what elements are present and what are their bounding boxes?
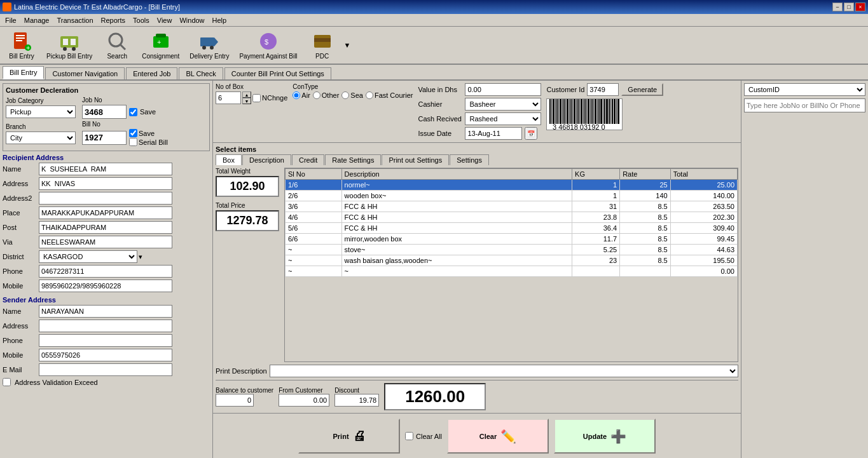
toolbar: + Bill Entry Pickup Bill Entry Search + … (0, 27, 868, 65)
toolbar-bill-entry[interactable]: + Bill Entry (3, 28, 41, 62)
toolbar-payment[interactable]: $ Payment Against Bill (235, 28, 301, 62)
recipient-post-input[interactable] (39, 221, 172, 234)
radio-air[interactable] (293, 91, 300, 99)
toolbar-delivery-entry[interactable]: Delivery Entry (185, 28, 233, 62)
sender-address-input[interactable] (39, 320, 172, 332)
cell-rate: 8.5 (620, 255, 671, 266)
radio-fast-courier[interactable] (366, 91, 373, 99)
toolbar-consignment[interactable]: + Consignment (137, 28, 184, 62)
tab-counter-bill-print[interactable]: Counter Bill Print Out Settings (224, 67, 331, 79)
subtab-description[interactable]: Description (242, 154, 291, 165)
toolbar-pickup-bill-entry[interactable]: Pickup Bill Entry (42, 28, 97, 62)
customer-id-input[interactable] (587, 83, 619, 96)
recipient-place-input[interactable] (39, 206, 172, 219)
menu-transaction[interactable]: Transaction (53, 15, 97, 25)
subtab-credit[interactable]: Credit (292, 154, 324, 165)
value-in-dhs-input[interactable] (465, 83, 541, 96)
close-btn[interactable]: × (855, 3, 865, 11)
cell-kg: 31 (572, 201, 620, 212)
minimize-btn[interactable]: − (832, 3, 843, 11)
issue-date-input[interactable] (465, 127, 522, 140)
recipient-mobile-input[interactable] (39, 280, 172, 292)
custom-id-dropdown[interactable]: CustomID (744, 83, 865, 96)
no-of-box-input[interactable] (216, 91, 241, 104)
address-validation-checkbox[interactable] (3, 378, 11, 386)
table-row[interactable]: 6/6 mirror,wooden box 11.7 8.5 99.45 (286, 234, 738, 245)
recipient-address2-input[interactable] (39, 192, 172, 205)
calendar-btn[interactable]: 📅 (525, 127, 537, 140)
sender-mobile-input[interactable] (39, 349, 172, 361)
branch-select[interactable]: City Airport Sea (6, 131, 76, 144)
svg-rect-51 (597, 98, 598, 124)
recipient-district-select[interactable]: KASARGOD (39, 250, 137, 263)
menu-reports[interactable]: Reports (97, 15, 130, 25)
svg-rect-53 (600, 98, 602, 124)
balance-to-customer-input[interactable] (216, 394, 254, 407)
recipient-name-input[interactable] (39, 163, 172, 175)
radio-other[interactable] (313, 91, 320, 99)
menu-manage[interactable]: Manage (20, 15, 53, 25)
search-job-input[interactable] (744, 98, 865, 112)
tab-customer-navigation[interactable]: Customer Navigation (45, 67, 125, 79)
clear-all-checkbox[interactable] (405, 432, 413, 440)
nchange-checkbox[interactable] (252, 94, 261, 102)
job-no-input[interactable] (82, 105, 127, 119)
menu-help[interactable]: Help (209, 15, 231, 25)
save-bill-checkbox[interactable] (129, 129, 137, 137)
subtab-settings[interactable]: Settings (450, 154, 489, 165)
job-category-select[interactable]: Pickup Delivery Other (6, 105, 76, 118)
maximize-btn[interactable]: □ (844, 3, 854, 11)
serial-bill-checkbox[interactable] (129, 138, 137, 146)
table-row[interactable]: 5/6 FCC & HH 36.4 8.5 309.40 (286, 223, 738, 234)
cashier-select[interactable]: Basheer Ahmed (465, 98, 541, 111)
cell-kg: 5.25 (572, 245, 620, 255)
table-row[interactable]: ~ ~ 0.00 (286, 266, 738, 277)
subtab-print-out-settings[interactable]: Print out Settings (382, 154, 449, 165)
bill-no-input[interactable] (82, 131, 127, 145)
discount-input[interactable] (334, 394, 379, 407)
table-row[interactable]: ~ stove~ 5.25 8.5 44.63 (286, 245, 738, 255)
table-row[interactable]: 3/6 FCC & HH 31 8.5 263.50 (286, 201, 738, 212)
pdc-dropdown-icon[interactable]: ▼ (344, 41, 351, 49)
sender-name-input[interactable] (39, 305, 172, 318)
print-description-select[interactable] (270, 365, 738, 377)
bottom-buttons: Print 🖨 Clear All Clear ✏️ Update ➕ (213, 413, 741, 458)
table-row[interactable]: 4/6 FCC & HH 23.8 8.5 202.30 (286, 212, 738, 223)
job-no-label: Job No (82, 97, 156, 104)
from-customer-input[interactable] (279, 394, 329, 407)
sender-phone-input[interactable] (39, 334, 172, 347)
recipient-phone-input[interactable] (39, 265, 172, 278)
table-row[interactable]: 2/6 wooden box~ 1 140 140.00 (286, 191, 738, 201)
cash-received-select[interactable]: Rasheed Ahmed (465, 112, 541, 125)
generate-button[interactable]: Generate (621, 83, 663, 96)
menu-file[interactable]: File (1, 15, 20, 25)
menu-tools[interactable]: Tools (129, 15, 153, 25)
cell-slno: 1/6 (286, 180, 342, 191)
clear-button[interactable]: Clear ✏️ (447, 419, 549, 454)
radio-sea[interactable] (341, 91, 349, 99)
tab-entered-job[interactable]: Entered Job (126, 67, 177, 79)
menu-view[interactable]: View (153, 15, 176, 25)
no-of-box-down[interactable]: ▼ (242, 98, 251, 104)
svg-rect-43 (583, 98, 584, 124)
recipient-via-input[interactable] (39, 236, 172, 248)
table-row[interactable]: 1/6 normel~ 1 25 25.00 (286, 180, 738, 191)
subtab-box[interactable]: Box (216, 154, 242, 165)
no-of-box-up[interactable]: ▲ (242, 91, 251, 98)
total-weight-label: Total Weight (216, 168, 279, 175)
table-row[interactable]: ~ wash baisan glass,wooden~ 23 8.5 195.5… (286, 255, 738, 266)
cell-rate: 8.5 (620, 223, 671, 234)
tab-bl-check[interactable]: BL Check (179, 67, 223, 79)
tab-bill-entry[interactable]: Bill Entry (3, 66, 44, 79)
sender-email-input[interactable] (39, 363, 172, 376)
recipient-address-input[interactable] (39, 177, 172, 190)
sender-name-label: Name (3, 307, 38, 315)
title-bar-controls[interactable]: − □ × (832, 3, 865, 11)
toolbar-search[interactable]: Search (98, 28, 136, 62)
toolbar-pdc[interactable]: PDC (303, 28, 341, 62)
subtab-rate-settings[interactable]: Rate Settings (325, 154, 381, 165)
print-button[interactable]: Print 🖨 (298, 419, 400, 454)
update-button[interactable]: Update ➕ (554, 419, 656, 454)
save-job-checkbox[interactable] (129, 108, 137, 116)
menu-window[interactable]: Window (176, 15, 208, 25)
